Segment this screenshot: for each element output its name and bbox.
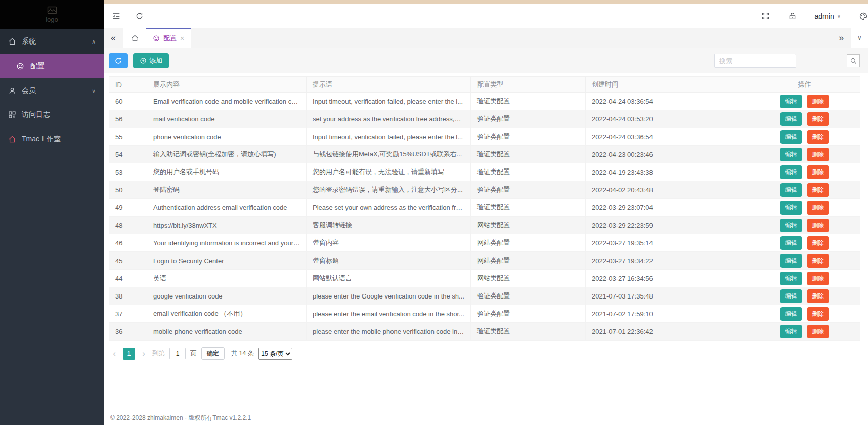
table-row: 45 Login to Security Center 弹窗标题 网站类配置 2… [109, 252, 860, 270]
edit-button[interactable]: 编辑 [780, 219, 802, 232]
cell-created: 2022-03-27 16:34:56 [586, 270, 749, 287]
edit-button[interactable]: 编辑 [780, 325, 802, 338]
delete-button[interactable]: 删除 [807, 236, 829, 250]
tabs-menu-dropdown[interactable]: ∨ [851, 28, 868, 48]
lock-icon[interactable] [788, 12, 797, 20]
add-button[interactable]: 添加 [133, 53, 169, 68]
home-icon [8, 37, 16, 46]
cell-created: 2022-03-29 23:07:04 [586, 199, 749, 217]
prev-page-arrow[interactable]: ‹ [110, 349, 118, 358]
goto-label: 到第 [152, 349, 165, 358]
edit-button[interactable]: 编辑 [780, 236, 802, 250]
table-row: 56 mail verification code set your addre… [109, 110, 860, 128]
cell-actions: 编辑 删除 [749, 323, 860, 341]
search-input[interactable] [714, 54, 796, 68]
delete-button[interactable]: 删除 [807, 148, 829, 161]
goto-page-input[interactable] [169, 348, 186, 359]
delete-button[interactable]: 删除 [807, 165, 829, 179]
cell-prompt: please enter the mobile phone verificati… [307, 323, 471, 341]
cell-prompt: 弹窗标题 [307, 252, 471, 270]
column-header-prompt: 提示语 [307, 77, 471, 93]
cell-content: mobile phone verification code [147, 323, 307, 341]
table-row: 36 mobile phone verification code please… [109, 323, 860, 341]
confirm-button[interactable]: 确定 [201, 347, 225, 360]
delete-button[interactable]: 删除 [807, 219, 829, 232]
copyright-footer: © 2022-2028 zhimakaimen - 版权所有Tmac v1.2.… [110, 414, 251, 422]
sidebar-collapse-icon[interactable] [112, 12, 121, 21]
edit-button[interactable]: 编辑 [780, 148, 802, 161]
close-icon[interactable]: × [180, 34, 184, 42]
cell-type: 网站类配置 [471, 252, 586, 270]
edit-button[interactable]: 编辑 [780, 112, 802, 126]
cell-prompt: 弹窗内容 [307, 234, 471, 252]
cell-created: 2021-07-01 22:36:42 [586, 323, 749, 341]
tabs-scroll-right[interactable]: » [832, 28, 851, 48]
sidebar-item-label: Tmac工作室 [22, 135, 61, 144]
edit-button[interactable]: 编辑 [780, 183, 802, 197]
fullscreen-icon[interactable] [761, 12, 770, 20]
add-button-label: 添加 [149, 56, 162, 65]
cell-content: Email verification code and mobile verif… [147, 93, 307, 110]
cell-type: 验证类配置 [471, 110, 586, 128]
cell-content: Authentication address email verificatio… [147, 199, 307, 217]
home-icon [131, 34, 139, 42]
cell-created: 2022-04-23 00:23:46 [586, 146, 749, 163]
cell-prompt: Input timeout, verification failed, plea… [307, 93, 471, 110]
refresh-table-button[interactable] [109, 53, 128, 68]
page-number-button[interactable]: 1 [123, 348, 135, 360]
next-page-arrow[interactable]: › [140, 349, 148, 358]
per-page-select[interactable]: 15 条/页 [258, 348, 292, 360]
delete-button[interactable]: 删除 [807, 272, 829, 285]
edit-button[interactable]: 编辑 [780, 307, 802, 321]
table-row: 54 输入助记词或密钥(全程加密，请放心填写) 与钱包链接使用MetaX,可奖励… [109, 146, 860, 163]
cell-prompt: 您的用户名可能有误，无法验证，请重新填写 [307, 163, 471, 181]
total-count-label: 共 14 条 [231, 349, 254, 358]
tab-config[interactable]: 配置 × [146, 28, 191, 48]
sidebar-item-member[interactable]: 会员 ∨ [0, 78, 104, 103]
cell-actions: 编辑 删除 [749, 146, 860, 163]
delete-button[interactable]: 删除 [807, 130, 829, 144]
edit-button[interactable]: 编辑 [780, 95, 802, 108]
delete-button[interactable]: 删除 [807, 183, 829, 197]
edit-button[interactable]: 编辑 [780, 254, 802, 268]
cell-type: 验证类配置 [471, 163, 586, 181]
tabs-scroll-left[interactable]: « [104, 28, 123, 48]
delete-button[interactable]: 删除 [807, 325, 829, 338]
sidebar-item-tmac[interactable]: Tmac工作室 [0, 127, 104, 151]
column-header-type: 配置类型 [471, 77, 586, 93]
table-row: 50 登陆密码 您的登录密码错误，请重新输入，注意大小写区分... 验证类配置 … [109, 181, 860, 199]
sidebar-item-label: 配置 [30, 62, 45, 71]
edit-button[interactable]: 编辑 [780, 201, 802, 215]
cell-id: 37 [109, 305, 147, 323]
edit-button[interactable]: 编辑 [780, 130, 802, 144]
tab-label: 配置 [163, 34, 177, 43]
cell-created: 2022-03-29 22:23:59 [586, 217, 749, 234]
delete-button[interactable]: 删除 [807, 95, 829, 108]
delete-button[interactable]: 删除 [807, 254, 829, 268]
cell-prompt: 与钱包链接使用MetaX,可奖励15%USDT或联系右... [307, 146, 471, 163]
cell-type: 验证类配置 [471, 93, 586, 110]
sidebar-item-system[interactable]: 系统 ∧ [0, 29, 104, 54]
delete-button[interactable]: 删除 [807, 201, 829, 215]
config-table: ID 展示内容 提示语 配置类型 创建时间 操作 60 Email verifi… [109, 76, 860, 341]
delete-button[interactable]: 删除 [807, 289, 829, 303]
user-menu[interactable]: admin ∨ [815, 12, 841, 20]
sidebar-item-access-log[interactable]: 访问日志 [0, 103, 104, 127]
table-body: 60 Email verification code and mobile ve… [109, 93, 860, 341]
sidebar: logo 系统 ∧ 配置 [0, 0, 104, 425]
cell-created: 2022-04-24 03:36:54 [586, 93, 749, 110]
edit-button[interactable]: 编辑 [780, 289, 802, 303]
edit-button[interactable]: 编辑 [780, 165, 802, 179]
delete-button[interactable]: 删除 [807, 307, 829, 321]
sidebar-item-config[interactable]: 配置 [0, 54, 104, 78]
cell-content: phone verification code [147, 128, 307, 146]
delete-button[interactable]: 删除 [807, 112, 829, 126]
theme-palette-icon[interactable] [859, 12, 868, 21]
tab-bar: « 配置 × [104, 28, 868, 48]
edit-button[interactable]: 编辑 [780, 272, 802, 285]
home-icon-red [8, 135, 16, 143]
cell-created: 2021-07-02 17:59:10 [586, 305, 749, 323]
tab-home[interactable] [123, 28, 146, 48]
search-button[interactable] [847, 54, 860, 67]
refresh-page-icon[interactable] [135, 12, 144, 20]
